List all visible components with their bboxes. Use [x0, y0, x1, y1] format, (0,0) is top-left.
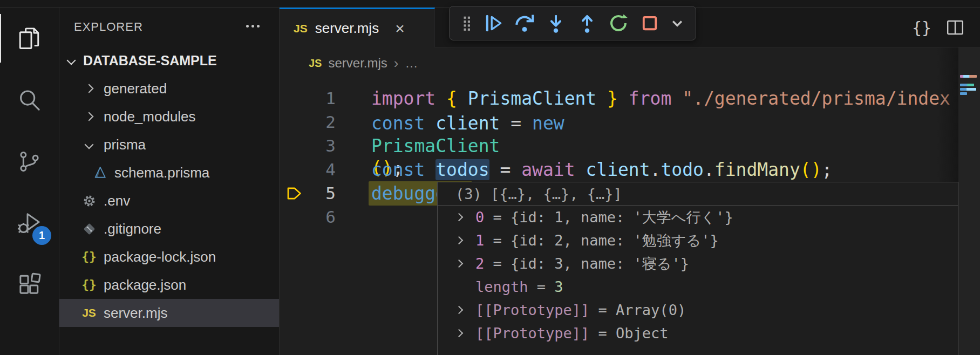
debug-step-into-button[interactable]: [540, 9, 571, 37]
code-token: await: [521, 159, 586, 180]
chevron-right-icon: [85, 112, 94, 121]
code-token: import: [371, 88, 446, 109]
activity-item-search[interactable]: [0, 69, 59, 131]
more-icon: [666, 12, 689, 35]
chevron-down-icon: [67, 56, 76, 65]
json-icon: {}: [81, 249, 97, 265]
code-token: ;: [822, 159, 833, 180]
popup-token: = {id: 1, name: '大学へ行く'}: [484, 208, 733, 227]
line-number: 4: [280, 160, 336, 179]
activity-item-run-debug[interactable]: 1: [0, 192, 59, 254]
code-token: from: [629, 88, 682, 109]
expand-chevron-icon[interactable]: [456, 235, 475, 245]
expand-chevron-icon[interactable]: [456, 328, 475, 338]
code-token: PrismaClient: [371, 134, 575, 158]
breadcrumb-file[interactable]: server.mjs: [328, 56, 387, 71]
expand-chevron-icon[interactable]: [456, 212, 475, 222]
code-line-1[interactable]: 1import { PrismaClient } from "./generat…: [280, 86, 958, 110]
popup-token: = {id: 2, name: '勉強する'}: [484, 231, 718, 250]
line-number: 6: [280, 207, 336, 227]
json-icon: {}: [81, 277, 97, 293]
explorer-title: EXPLORER: [74, 20, 143, 34]
current-stackframe-icon: [286, 186, 303, 201]
popup-row-4[interactable]: [[Prototype]] = Array(0): [438, 298, 958, 322]
debug-more-button[interactable]: [665, 9, 689, 37]
code-token: todos: [435, 159, 489, 180]
activity-item-source-control[interactable]: [0, 131, 59, 192]
tree-item-label: generated: [104, 80, 167, 97]
tree-item-node-modules[interactable]: node_modules: [59, 103, 279, 131]
tree-item-server-mjs[interactable]: JSserver.mjs: [59, 299, 279, 327]
step-into-icon: [545, 12, 567, 35]
code-token: }: [607, 88, 629, 109]
chevron-right-icon: ›: [394, 55, 399, 72]
tree-item-label: prisma: [104, 136, 146, 153]
code-line-content: const todos = await client.todo.findMany…: [371, 159, 832, 180]
debug-step-out-button[interactable]: [571, 9, 603, 37]
breadcrumb-symbol-ellipsis[interactable]: …: [405, 56, 418, 71]
gear-icon: [81, 193, 97, 209]
line-number: 3: [280, 136, 336, 155]
tree-item-label: node_modules: [104, 108, 196, 125]
debug-badge: 1: [32, 226, 51, 245]
debug-drag-handle[interactable]: [456, 9, 478, 37]
js-icon: JS: [81, 305, 97, 321]
debug-hover-popup: (3) [{…}, {…}, {…}] 0 = {id: 1, name: '大…: [437, 182, 958, 355]
code-token: =: [489, 159, 522, 180]
popup-row-1[interactable]: 1 = {id: 2, name: '勉強する'}: [438, 229, 958, 252]
popup-token: length: [475, 278, 528, 295]
popup-token: 0: [475, 209, 484, 226]
tree-item-package-json[interactable]: {}package.json: [59, 271, 279, 299]
popup-row-5[interactable]: [[Prototype]] = Object: [438, 322, 958, 345]
folder-chevron: [81, 80, 97, 97]
activity-item-extensions[interactable]: [0, 254, 59, 315]
js-icon: JS: [294, 22, 308, 35]
chevron-right-icon: [85, 84, 94, 93]
js-icon: JS: [309, 57, 322, 70]
prisma-icon: [92, 165, 108, 181]
extensions-icon: [17, 272, 42, 297]
explorer-header: EXPLORER: [59, 8, 279, 46]
section-database-sample[interactable]: DATABASE-SAMPLE: [59, 46, 279, 74]
debug-continue-button[interactable]: [478, 9, 509, 37]
tree-item--env[interactable]: .env: [59, 187, 279, 215]
code-token: {: [446, 88, 468, 109]
expand-chevron-icon[interactable]: [456, 258, 475, 269]
tree-item-generated[interactable]: generated: [59, 74, 279, 103]
step-over-icon: [513, 12, 536, 35]
editor-actions: {}: [912, 8, 965, 47]
code-token: .: [650, 159, 661, 180]
code-token: new: [532, 113, 575, 134]
code-token: const: [371, 113, 435, 134]
more-actions-icon[interactable]: [246, 25, 260, 28]
section-label: DATABASE-SAMPLE: [83, 53, 217, 69]
tab-server-mjs[interactable]: JS server.mjs ×: [280, 8, 435, 47]
popup-token: 1: [475, 232, 484, 249]
code-line-4[interactable]: 4const todos = await client.todo.findMan…: [280, 158, 958, 181]
expand-chevron-icon[interactable]: [456, 305, 475, 315]
continue-icon: [482, 12, 505, 35]
close-icon[interactable]: ×: [395, 21, 405, 37]
popup-token: [[Prototype]]: [475, 302, 589, 318]
popup-token: = {id: 3, name: '寝る'}: [484, 254, 689, 274]
code-token: findMany: [714, 159, 800, 180]
tree-item-package-lock-json[interactable]: {}package-lock.json: [59, 243, 279, 271]
popup-row-0[interactable]: 0 = {id: 1, name: '大学へ行く'}: [438, 206, 958, 229]
vscode-window: 1 EXPLORER DATABASE-SAMPLE generatednode…: [0, 0, 980, 355]
line-number: 2: [280, 112, 336, 132]
tree-item-schema-prisma[interactable]: schema.prisma: [59, 159, 279, 187]
popup-row-2[interactable]: 2 = {id: 3, name: '寝る'}: [438, 252, 958, 275]
debug-stop-button[interactable]: [634, 9, 665, 37]
minimap[interactable]: [958, 47, 980, 355]
tree-item-label: schema.prisma: [114, 165, 209, 181]
split-editor-icon[interactable]: [945, 18, 965, 37]
code-line-3[interactable]: 3const client = new PrismaClient();: [280, 134, 958, 158]
activity-item-explorer[interactable]: [0, 8, 59, 69]
tree-item--gitignore[interactable]: .gitignore: [59, 215, 279, 243]
brackets-icon[interactable]: {}: [912, 18, 931, 37]
debug-step-over-button[interactable]: [509, 9, 540, 37]
tree-item-prisma[interactable]: prisma: [59, 131, 279, 159]
debug-restart-button[interactable]: [603, 9, 634, 37]
explorer-sidebar: EXPLORER DATABASE-SAMPLE generatednode_m…: [59, 8, 280, 355]
chevron-down-icon: [85, 140, 94, 149]
